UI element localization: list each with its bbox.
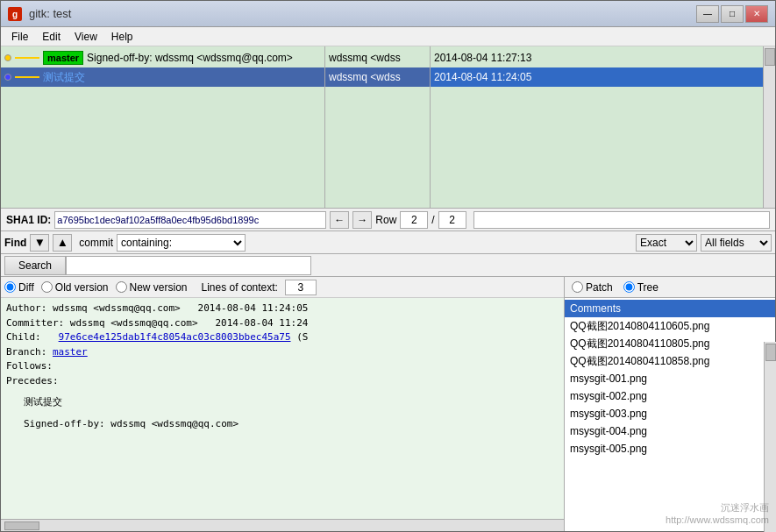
child-hash-link[interactable]: 97e6ce4e125dab1f4c8054ac03c8003bbec45a75 [59, 331, 291, 343]
diff-radio[interactable] [4, 281, 16, 293]
total-rows-input [438, 211, 466, 229]
diff-content: Author: wdssmq <wdssmq@qq.com> 2014-08-0… [1, 298, 564, 519]
exact-dropdown[interactable]: Exact IgnCase Regexp [636, 234, 697, 252]
find-down-button[interactable]: ▼ [30, 234, 49, 252]
find-label: Find [4, 237, 26, 249]
diff-options-row: Diff Old version New version Lines of co… [1, 277, 564, 298]
patch-radio[interactable] [572, 281, 583, 293]
watermark: 沉迷浮水画 http://www.wdssmq.com [666, 501, 769, 525]
menu-help[interactable]: Help [104, 29, 140, 45]
watermark-line2: http://www.wdssmq.com [666, 514, 769, 525]
commit-scrollbar[interactable] [763, 46, 775, 208]
menu-view[interactable]: View [68, 29, 104, 45]
file-item-4[interactable]: msysgit-001.png [565, 370, 775, 387]
file-item-3[interactable]: QQ截图20140804110858.png [565, 352, 775, 370]
tree-label: Tree [637, 281, 659, 294]
signed-off: Signed-off-by: wdssmq <wdssmq@qq.com> [24, 417, 559, 432]
commit-graph-column: master Signed-off-by: wdssmq <wdssmq@qq.… [1, 46, 325, 208]
patch-label: Patch [586, 281, 613, 294]
diff-label: Diff [18, 281, 34, 294]
menu-file[interactable]: File [4, 29, 35, 45]
window-title: gitk: test [29, 7, 71, 20]
sha1-prev-button[interactable]: ← [330, 211, 349, 229]
tree-radio[interactable] [623, 281, 635, 293]
commit-message-1: Signed-off-by: wdssmq <wdssmq@qq.com> [87, 52, 293, 64]
author-column: wdssmq <wdss wdssmq <wdss [325, 46, 431, 208]
commit-msg: 测试提交 [24, 395, 559, 410]
file-item-2[interactable]: QQ截图20140804110805.png [565, 335, 775, 352]
current-row-input[interactable] [400, 211, 428, 229]
date-row-2[interactable]: 2014-08-04 11:24:05 [431, 67, 763, 87]
menubar: File Edit View Help [1, 27, 775, 46]
file-item-6[interactable]: msysgit-003.png [565, 405, 775, 422]
follows-line: Follows: [6, 359, 559, 374]
author-row-1[interactable]: wdssmq <wdss [325, 48, 430, 67]
commit-tag-master: master [43, 51, 83, 65]
branch-line: Branch: master [6, 345, 559, 360]
old-version-label: Old version [55, 281, 109, 294]
row-separator: / [431, 214, 434, 226]
row-label: Row [375, 214, 396, 226]
file-tree-panel: Patch Tree Comments QQ截图20140804110605.p… [565, 277, 775, 531]
diff-scrollbar-h[interactable] [1, 519, 564, 531]
watermark-line1: 沉迷浮水画 [666, 501, 769, 514]
search-button[interactable]: Search [4, 256, 66, 275]
branch-link[interactable]: master [53, 346, 88, 358]
commit-message-2: 测试提交 [43, 70, 85, 85]
find-up-button[interactable]: ▲ [53, 234, 72, 252]
date-row-1[interactable]: 2014-08-04 11:27:13 [431, 48, 763, 67]
new-version-radio[interactable] [116, 281, 127, 293]
file-item-8[interactable]: msysgit-005.png [565, 440, 775, 458]
date-column: 2014-08-04 11:27:13 2014-08-04 11:24:05 [431, 46, 763, 208]
menu-edit[interactable]: Edit [35, 29, 68, 45]
find-type-label: commit [79, 237, 113, 249]
file-item-5[interactable]: msysgit-002.png [565, 387, 775, 405]
find-containing-dropdown[interactable]: containing: not containing: touching pat… [117, 234, 246, 252]
commit-row-2[interactable]: 测试提交 [1, 67, 324, 87]
commit-row-1[interactable]: master Signed-off-by: wdssmq <wdssmq@qq.… [1, 48, 324, 67]
old-version-radio-label[interactable]: Old version [41, 281, 109, 294]
sha1-label: SHA1 ID: [6, 214, 51, 226]
tree-radio-label[interactable]: Tree [623, 281, 659, 294]
svg-text:g: g [12, 10, 18, 19]
fields-dropdown[interactable]: All fields Headline Comments Author Comm… [701, 234, 772, 252]
search-row: Search [1, 254, 775, 277]
file-item-7[interactable]: msysgit-004.png [565, 422, 775, 440]
file-tree-content: Comments QQ截图20140804110605.png QQ截图2014… [565, 298, 775, 531]
file-tree-tabs: Patch Tree [565, 277, 775, 298]
new-version-label: New version [130, 281, 188, 294]
file-item-1[interactable]: QQ截图20140804110605.png [565, 317, 775, 335]
commit-dot-1 [4, 54, 11, 61]
find-row: Find ▼ ▲ commit containing: not containi… [1, 231, 775, 254]
sha1-input[interactable] [54, 211, 326, 229]
context-input[interactable] [285, 280, 317, 295]
child-line: Child: 97e6ce4e125dab1f4c8054ac03c8003bb… [6, 330, 559, 345]
close-button[interactable]: ✕ [745, 5, 768, 23]
patch-radio-label[interactable]: Patch [572, 281, 613, 294]
sha1-extra-input[interactable] [473, 211, 770, 229]
diff-panel: Diff Old version New version Lines of co… [1, 277, 565, 531]
commit-dot-2 [4, 74, 11, 81]
search-input[interactable] [66, 256, 311, 275]
file-item-comments[interactable]: Comments [565, 300, 775, 317]
old-version-radio[interactable] [41, 281, 53, 293]
author-row-2[interactable]: wdssmq <wdss [325, 67, 430, 87]
sha1-next-button[interactable]: → [352, 211, 372, 229]
diff-radio-label[interactable]: Diff [4, 281, 34, 294]
author-line: Author: wdssmq <wdssmq@qq.com> 2014-08-0… [6, 301, 559, 316]
context-label: Lines of context: [202, 281, 278, 294]
sha1-row: SHA1 ID: ← → Row / [1, 209, 775, 231]
minimize-button[interactable]: — [696, 5, 719, 23]
maximize-button[interactable]: □ [721, 5, 744, 23]
git-icon: g [8, 7, 22, 21]
committer-line: Committer: wdssmq <wdssmq@qq.com> 2014-0… [6, 316, 559, 331]
precedes-line: Precedes: [6, 374, 559, 389]
new-version-radio-label[interactable]: New version [116, 281, 188, 294]
